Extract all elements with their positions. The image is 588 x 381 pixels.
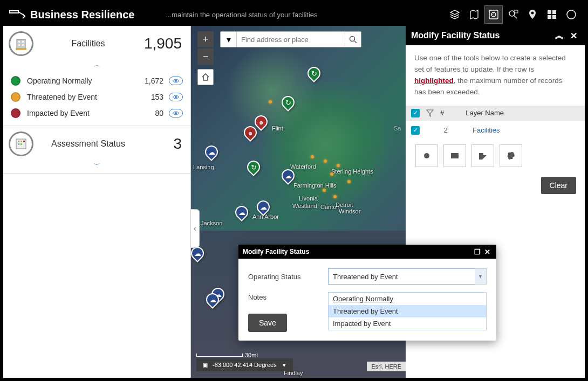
- opstatus-dropdown-list: Operating Normally Threatened by Event I…: [328, 292, 487, 330]
- dropdown-option[interactable]: Operating Normally: [329, 293, 486, 305]
- basemap-tool-icon[interactable]: [465, 5, 483, 24]
- visibility-toggle-icon[interactable]: [169, 77, 183, 85]
- map-label: Windsor: [339, 208, 360, 214]
- opstatus-select[interactable]: Threatened by Event ▼: [328, 268, 487, 285]
- row-layer-link[interactable]: Facilities: [473, 126, 500, 134]
- map-marker-icon[interactable]: ☁: [205, 146, 218, 162]
- status-row-impacted: Impacted by Event 80: [11, 105, 183, 121]
- dropdown-option[interactable]: Threatened by Event: [329, 305, 486, 317]
- popup-maximize-icon[interactable]: ❐: [473, 248, 482, 256]
- select-polygon-tool[interactable]: [471, 144, 494, 167]
- select-all-checkbox[interactable]: ✓: [411, 109, 420, 117]
- status-row-threatened: Threatened by Event 153: [11, 89, 183, 105]
- sidebar-collapse-button[interactable]: ‹: [191, 209, 200, 248]
- query-tool-icon[interactable]: [504, 5, 522, 24]
- col-layer-name: Layer Name: [466, 109, 504, 117]
- zoom-control: + −: [197, 31, 214, 85]
- filter-icon[interactable]: [426, 109, 434, 117]
- select-dropdown-icon[interactable]: ▼: [475, 268, 487, 285]
- facility-dot-icon[interactable]: [324, 160, 327, 163]
- panel-close-icon[interactable]: ✕: [568, 30, 579, 41]
- home-extent-button[interactable]: [197, 69, 214, 85]
- facilities-count: 1,905: [139, 35, 182, 52]
- map-attribution: Esri, HERE: [367, 362, 406, 371]
- map-marker-icon[interactable]: ☁: [257, 200, 270, 217]
- status-label: Operating Normally: [27, 77, 92, 85]
- visibility-toggle-icon[interactable]: [169, 93, 183, 101]
- map-label: Flint: [272, 125, 283, 131]
- search-input[interactable]: [237, 32, 345, 47]
- svg-point-16: [175, 96, 177, 98]
- visibility-toggle-icon[interactable]: [169, 109, 183, 117]
- select-lasso-tool[interactable]: [500, 144, 522, 167]
- layers-tool-icon[interactable]: [446, 5, 464, 24]
- select-point-tool[interactable]: [415, 144, 438, 167]
- right-panel-title: Modify Facility Status: [411, 31, 500, 40]
- svg-rect-14: [22, 44, 24, 46]
- facilities-title: Facilities: [38, 39, 139, 49]
- status-dot-icon: [11, 108, 20, 118]
- row-checkbox[interactable]: ✓: [411, 126, 420, 135]
- coords-dropdown-icon[interactable]: ▾: [280, 361, 289, 369]
- map-label: Sterling Heights: [331, 168, 373, 175]
- map-label: Farmington Hills: [293, 182, 336, 189]
- map-marker-icon[interactable]: ๑: [244, 126, 257, 142]
- clear-selection-button[interactable]: Clear: [541, 177, 576, 194]
- map-marker-icon[interactable]: ☁: [206, 293, 219, 309]
- map-marker-icon[interactable]: ☁: [191, 247, 204, 263]
- facility-dot-icon[interactable]: [311, 155, 314, 158]
- grid-tool-icon[interactable]: [543, 5, 561, 24]
- panel-instructions: Use one of the tools below to create a s…: [406, 45, 585, 106]
- facility-dot-icon[interactable]: [337, 164, 340, 167]
- facility-dot-icon[interactable]: [330, 172, 333, 176]
- facility-dot-icon[interactable]: [333, 195, 337, 198]
- svg-point-15: [175, 80, 177, 82]
- popup-title: Modify Facility Status: [243, 248, 309, 255]
- zoom-out-button[interactable]: −: [197, 49, 214, 65]
- search-source-dropdown[interactable]: ▾: [221, 32, 237, 47]
- zoom-in-button[interactable]: +: [197, 31, 214, 47]
- map-marker-icon[interactable]: ↻: [282, 96, 295, 112]
- assessment-expand-icon[interactable]: ﹀: [3, 160, 190, 173]
- assessment-panel: Assessment Status 3 ﹀: [3, 126, 190, 174]
- selection-tools: [406, 140, 585, 171]
- more-tool-icon[interactable]: [562, 5, 580, 24]
- panel-collapse-icon[interactable]: ︽: [553, 30, 565, 41]
- map-label: Sa: [394, 125, 401, 131]
- map-marker-icon[interactable]: ↻: [247, 161, 260, 177]
- facility-dot-icon[interactable]: [269, 100, 272, 103]
- map-label: Livonia: [299, 195, 318, 202]
- opstatus-label: Operating Status: [248, 273, 328, 281]
- coords-expand-icon[interactable]: ▣: [201, 361, 209, 369]
- svg-rect-13: [18, 44, 20, 46]
- map-marker-icon[interactable]: ☁: [282, 169, 295, 185]
- search-button[interactable]: [345, 32, 361, 47]
- facility-dot-icon[interactable]: [323, 189, 326, 192]
- popup-close-icon[interactable]: ✕: [482, 248, 492, 256]
- dropdown-option[interactable]: Impacted by Event: [329, 317, 486, 330]
- map-marker-icon[interactable]: ☁: [235, 206, 248, 222]
- facilities-collapse-icon[interactable]: ︿: [3, 59, 190, 73]
- app-logo-icon: [8, 6, 27, 23]
- edit-tool-icon[interactable]: [484, 5, 503, 24]
- layer-table-row: ✓ 2 Facilities: [406, 121, 585, 140]
- select-rectangle-tool[interactable]: [443, 144, 466, 167]
- app-header: Business Resilience ...maintain the oper…: [3, 3, 585, 26]
- notes-label: Notes: [248, 293, 328, 301]
- facility-dot-icon[interactable]: [347, 180, 351, 183]
- map-label: Westland: [292, 203, 317, 209]
- layer-table-header: ✓ # Layer Name: [406, 106, 585, 121]
- map-marker-icon[interactable]: ↻: [307, 67, 320, 83]
- row-count: 2: [440, 126, 451, 134]
- pin-tool-icon[interactable]: [523, 5, 542, 24]
- facilities-panel-icon: [9, 31, 33, 56]
- search-bar: ▾: [220, 31, 361, 47]
- status-count: 1,672: [145, 77, 163, 85]
- map-label: Lansing: [193, 164, 214, 170]
- svg-rect-12: [22, 41, 24, 43]
- app-title: Business Resilience: [30, 9, 134, 21]
- coordinates-bar: ▣ -83.000 42.414 Degrees ▾: [196, 358, 293, 371]
- save-button[interactable]: Save: [248, 314, 287, 332]
- svg-rect-26: [451, 153, 459, 158]
- status-count: 80: [155, 109, 163, 117]
